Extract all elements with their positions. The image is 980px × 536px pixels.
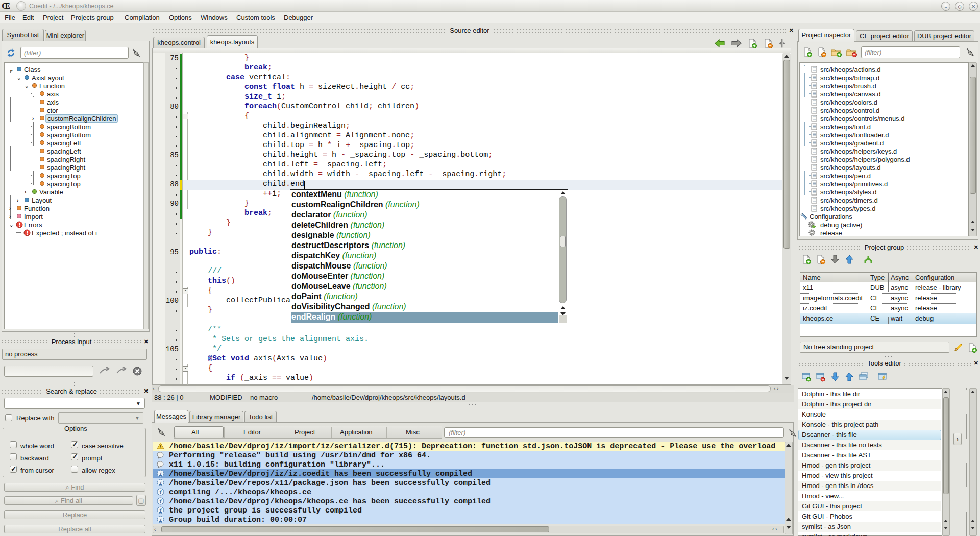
svg-text:i: i [159, 508, 162, 514]
svg-text:i: i [159, 517, 162, 523]
svg-text:i: i [159, 499, 162, 505]
svg-text:!: ! [159, 445, 162, 450]
svg-text:i: i [159, 490, 162, 496]
svg-text:i: i [159, 471, 162, 477]
svg-text:i: i [159, 480, 162, 486]
